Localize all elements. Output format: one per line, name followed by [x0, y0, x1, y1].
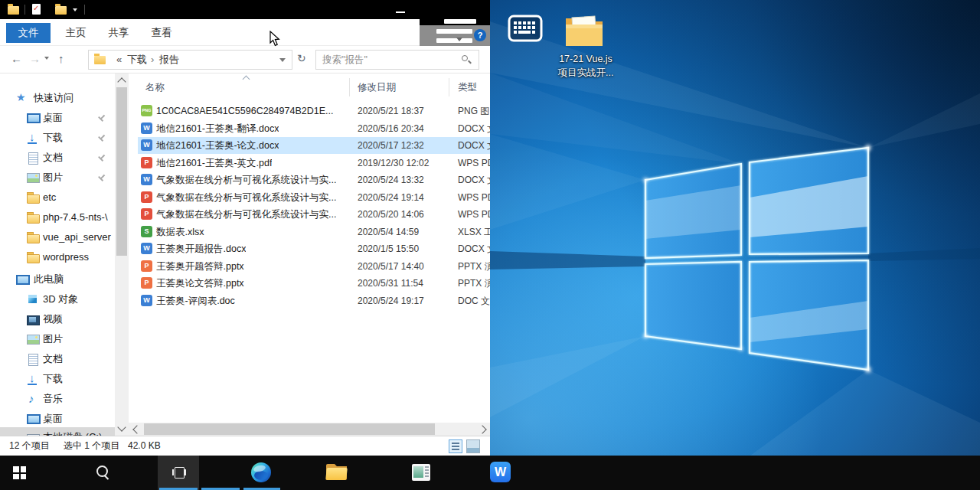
sidebar-item-quick-access[interactable]: 快速访问: [0, 88, 115, 108]
search-icon[interactable]: [462, 55, 468, 61]
breadcrumb-overflow[interactable]: «: [116, 51, 122, 69]
sidebar-item-documents-pc[interactable]: 文档: [0, 349, 115, 369]
recent-locations-chevron-icon[interactable]: [44, 57, 49, 60]
sidebar-item-videos[interactable]: 视频: [0, 309, 115, 329]
breadcrumb-reports[interactable]: 报告: [159, 51, 179, 69]
file-explorer-icon: [326, 464, 347, 480]
sidebar-item-desktop-pc[interactable]: 桌面: [0, 409, 115, 429]
properties-qat-icon[interactable]: [32, 4, 41, 15]
computer-icon: [16, 273, 28, 286]
qat-customize-chevron-icon[interactable]: [73, 8, 77, 11]
column-divider[interactable]: [449, 78, 449, 96]
new-folder-qat-icon[interactable]: [55, 6, 67, 15]
desktop-folder-label: 17-21 Vue.js 项目实战开...: [544, 52, 628, 80]
overlay-bar: [436, 38, 472, 43]
file-row-selected[interactable]: W 地信21601-王荟奥-论文.docx 2020/5/17 12:32 DO…: [138, 137, 490, 154]
screen: 17-21 Vue.js 项目实战开... × 文件 主页 共享 查看: [0, 0, 980, 490]
tab-view[interactable]: 查看: [144, 23, 179, 43]
folder-icon: [27, 191, 39, 204]
help-button[interactable]: ?: [474, 29, 486, 41]
minimize-button[interactable]: [389, 0, 412, 19]
mouse-cursor: [270, 31, 280, 47]
column-header-date[interactable]: 修改日期: [358, 77, 396, 98]
sidebar-item-downloads-pc[interactable]: 下载: [0, 369, 115, 389]
column-divider[interactable]: [349, 78, 350, 96]
taskbar-explorer-button[interactable]: [158, 456, 199, 490]
desktop-folder-shortcut[interactable]: 17-21 Vue.js 项目实战开...: [544, 12, 628, 81]
sidebar-item-wordpress[interactable]: wordpress: [0, 247, 115, 267]
ribbon-collapse-chevron-icon[interactable]: [456, 38, 462, 41]
file-row[interactable]: PNG 1C0CAC8AE541C5596C284974B2D1E... 202…: [138, 103, 490, 119]
scrollbar-thumb[interactable]: [144, 423, 435, 435]
file-row[interactable]: P 地信21601-王荟奥-英文.pdf 2019/12/30 12:02 WP…: [138, 155, 490, 172]
star-icon: [16, 92, 28, 104]
sidebar-item-pictures[interactable]: 图片: [0, 168, 115, 188]
task-view-button[interactable]: [81, 456, 115, 490]
docx-file-icon: W: [141, 122, 152, 134]
scroll-right-icon[interactable]: [478, 425, 486, 433]
scroll-up-icon[interactable]: [117, 77, 126, 86]
taskbar: W: [0, 456, 980, 490]
sidebar-item-php[interactable]: php-7.4.5-nts-\: [0, 207, 115, 227]
overlay-bar: [444, 19, 476, 24]
column-header-type[interactable]: 类型: [458, 77, 477, 98]
taskbar-search-button[interactable]: [43, 456, 77, 490]
sidebar-item-music[interactable]: 音乐: [0, 389, 115, 409]
tab-file[interactable]: 文件: [6, 23, 51, 43]
file-row[interactable]: S 数据表.xlsx 2020/5/4 14:59 XLSX 工: [138, 224, 490, 240]
sidebar-item-etc[interactable]: etc: [0, 188, 115, 207]
list-horizontal-scrollbar[interactable]: [129, 423, 490, 436]
file-row[interactable]: P 王荟奥论文答辩.pptx 2020/5/31 11:54 PPTX 演: [138, 275, 490, 292]
search-box[interactable]: 搜索"报告": [315, 50, 479, 70]
scroll-left-icon[interactable]: [132, 425, 141, 433]
touch-keyboard-overlay-icon[interactable]: [508, 15, 543, 42]
file-row[interactable]: W 王荟奥-评阅表.doc 2020/5/24 19:17 DOC 文: [138, 292, 490, 309]
taskbar-capture-app-button[interactable]: [201, 456, 239, 490]
large-icons-view-button[interactable]: [466, 439, 480, 453]
details-view-button[interactable]: [449, 439, 462, 453]
up-icon[interactable]: ↑: [58, 52, 64, 65]
file-row[interactable]: W 气象数据在线分析与可视化系统设计与实... 2020/5/24 13:32 …: [138, 172, 490, 188]
png-file-icon: PNG: [141, 105, 152, 116]
pdf-file-icon: P: [141, 208, 152, 220]
title-bar[interactable]: ×: [0, 0, 490, 19]
sidebar-item-desktop[interactable]: 桌面: [0, 108, 115, 128]
sidebar-item-pictures-pc[interactable]: 图片: [0, 329, 115, 349]
download-icon: [27, 132, 39, 144]
file-row[interactable]: P 气象数据在线分析与可视化系统设计与实... 2020/5/24 19:14 …: [138, 189, 490, 206]
document-icon: [27, 353, 39, 365]
docx-file-icon: W: [141, 174, 152, 185]
forward-icon[interactable]: →: [29, 52, 41, 65]
taskbar-wps-button[interactable]: W: [240, 456, 279, 490]
breadcrumb[interactable]: « 下载 › 报告: [88, 50, 292, 70]
file-row[interactable]: W 地信21601-王荟奥-翻译.docx 2020/5/16 20:34 DO…: [138, 120, 490, 137]
scrollbar-thumb[interactable]: [116, 87, 127, 256]
music-note-icon: [27, 393, 39, 405]
file-row[interactable]: W 王荟奥开题报告.docx 2020/1/5 15:50 DOCX 文: [138, 240, 490, 257]
taskbar-edge-button[interactable]: [121, 456, 158, 490]
picture-icon: [27, 333, 39, 345]
file-row[interactable]: P 气象数据在线分析与可视化系统设计与实... 2020/5/20 14:06 …: [138, 206, 490, 223]
pin-icon: [96, 113, 107, 123]
folder-icon: [27, 251, 39, 263]
scroll-down-icon[interactable]: [117, 423, 126, 431]
sidebar-scrollbar[interactable]: [115, 74, 129, 436]
back-icon[interactable]: ←: [11, 52, 22, 65]
tab-home[interactable]: 主页: [58, 23, 93, 43]
doc-file-icon: W: [141, 295, 152, 306]
tab-share[interactable]: 共享: [101, 23, 136, 43]
refresh-icon[interactable]: ↻: [297, 52, 306, 64]
breadcrumb-downloads[interactable]: 下载: [127, 51, 147, 69]
sidebar-item-this-pc[interactable]: 此电脑: [0, 270, 115, 289]
download-icon: [27, 373, 39, 385]
sidebar-item-documents[interactable]: 文档: [0, 148, 115, 168]
start-button[interactable]: [0, 456, 40, 490]
status-bar: 12 个项目 选中 1 个项目 42.0 KB: [0, 436, 490, 456]
column-header-name[interactable]: 名称: [145, 77, 165, 98]
file-row[interactable]: P 王荟奥开题答辩.pptx 2020/5/17 14:40 PPTX 演: [138, 258, 490, 275]
sidebar-item-downloads[interactable]: 下载: [0, 128, 115, 148]
sidebar-item-vue-api-server[interactable]: vue_api_server: [0, 227, 115, 247]
address-dropdown-chevron-icon[interactable]: [279, 58, 286, 62]
overlay-bar: [436, 29, 472, 34]
sidebar-item-3d-objects[interactable]: 3D 对象: [0, 289, 115, 309]
